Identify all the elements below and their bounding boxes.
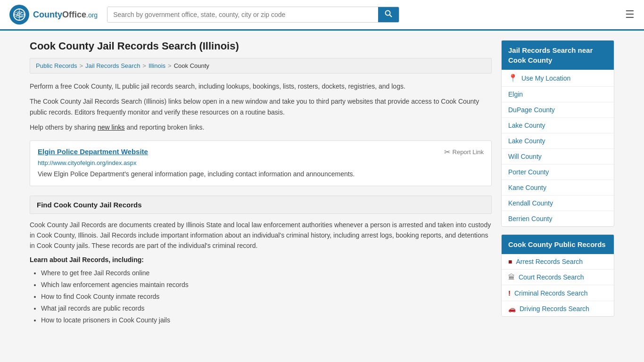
find-section-text: Cook County Jail Records are documents c… [30,220,492,251]
use-location-link[interactable]: Use My Location [521,74,570,82]
logo-wordmark: CountyOffice.org [33,10,98,20]
report-icon: ✂ [444,148,450,156]
sidebar-item-porter[interactable]: Porter County [502,165,614,180]
svg-point-4 [386,11,390,16]
sidebar-item-kane[interactable]: Kane County [502,180,614,196]
arrest-icon: ■ [508,258,512,265]
new-links-link[interactable]: new links [98,123,125,131]
search-input[interactable] [107,7,378,22]
find-section-subtitle: Learn about Jail Records, including: [30,256,492,263]
dupage-link[interactable]: DuPage County [508,106,555,114]
criminal-icon: ! [508,289,511,297]
sidebar-item-lake2[interactable]: Lake County [502,133,614,149]
desc-end-text: and reporting broken links. [126,123,204,131]
sidebar-public-records-header: Cook County Public Records [502,235,614,254]
court-icon: 🏛 [508,273,515,281]
list-item: How to find Cook County inmate records [41,291,492,303]
list-item: Where to get free Jail Records online [41,267,492,279]
resource-card: Elgin Police Department Website ✂ Report… [30,140,492,186]
description-line3: Help others by sharing new links and rep… [30,122,492,132]
porter-county-link[interactable]: Porter County [508,168,549,176]
criminal-records-link[interactable]: Criminal Records Search [514,289,588,297]
sidebar: Jail Records Search near Cook County 📍 U… [501,40,614,327]
site-logo[interactable]: CountyOffice.org [9,5,98,25]
sidebar-item-elgin[interactable]: Elgin [502,87,614,102]
sidebar-court-records[interactable]: 🏛 Court Records Search [502,270,614,285]
sidebar-driving-records[interactable]: 🚗 Driving Records Search [502,301,614,316]
sidebar-arrest-records[interactable]: ■ Arrest Records Search [502,254,614,270]
description-line2: The Cook County Jail Records Search (Ill… [30,96,492,117]
driving-records-link[interactable]: Driving Records Search [520,305,589,313]
resource-url[interactable]: http://www.cityofelgin.org/index.aspx [38,159,484,166]
main-content: Cook County Jail Records Search (Illinoi… [30,40,492,327]
sidebar-item-will[interactable]: Will County [502,149,614,165]
breadcrumb-cook-county: Cook County [174,62,209,69]
breadcrumb-illinois[interactable]: Illinois [149,62,165,69]
sidebar-public-records-section: Cook County Public Records ■ Arrest Reco… [501,234,614,317]
breadcrumb-sep1: > [79,62,83,69]
berrien-county-link[interactable]: Berrien County [508,215,552,222]
will-county-link[interactable]: Will County [508,153,542,160]
page-container: Cook County Jail Records Search (Illinoi… [20,31,624,336]
search-button[interactable] [378,7,399,22]
sidebar-nearby-header: Jail Records Search near Cook County [502,41,614,70]
sidebar-item-berrien[interactable]: Berrien County [502,211,614,226]
menu-button[interactable]: ☰ [625,9,635,20]
list-item: Which law enforcement agencies maintain … [41,279,492,291]
lake-county-link-1[interactable]: Lake County [508,122,545,129]
driving-icon: 🚗 [508,305,516,313]
report-label: Report Link [453,148,484,156]
lake-county-link-2[interactable]: Lake County [508,137,545,145]
svg-line-5 [390,15,392,17]
logo-icon [9,5,29,25]
sidebar-item-lake1[interactable]: Lake County [502,118,614,133]
description-line1: Perform a free Cook County, IL public ja… [30,81,492,91]
breadcrumb-sep2: > [142,62,146,69]
resource-title[interactable]: Elgin Police Department Website [38,148,148,156]
site-header: CountyOffice.org ☰ [0,0,644,31]
breadcrumb-public-records[interactable]: Public Records [36,62,77,69]
arrest-records-link[interactable]: Arrest Records Search [516,258,583,265]
resource-card-header: Elgin Police Department Website ✂ Report… [38,148,484,156]
list-item: What jail records are public records [41,303,492,314]
desc-help-text: Help others by sharing [30,123,98,131]
report-link-btn[interactable]: ✂ Report Link [444,148,484,156]
sidebar-criminal-records[interactable]: ! Criminal Records Search [502,285,614,301]
kendall-county-link[interactable]: Kendall County [508,199,553,207]
breadcrumb-jail-records[interactable]: Jail Records Search [85,62,140,69]
court-records-link[interactable]: Court Records Search [519,273,584,281]
find-section-header: Find Cook County Jail Records [30,196,492,214]
page-title: Cook County Jail Records Search (Illinoi… [30,40,492,52]
header-right: ☰ [620,9,635,20]
kane-county-link[interactable]: Kane County [508,184,546,191]
find-section-list: Where to get free Jail Records online Wh… [30,267,492,327]
list-item: How to locate prisoners in Cook County j… [41,314,492,326]
sidebar-use-location[interactable]: 📍 Use My Location [502,70,614,87]
elgin-link[interactable]: Elgin [508,90,523,98]
location-pin-icon: 📍 [508,74,518,82]
find-section-title: Find Cook County Jail Records [37,201,485,209]
sidebar-item-kendall[interactable]: Kendall County [502,196,614,211]
sidebar-item-dupage[interactable]: DuPage County [502,102,614,118]
resource-desc: View Elgin Police Department's general i… [38,169,484,179]
sidebar-nearby-section: Jail Records Search near Cook County 📍 U… [501,40,614,227]
search-bar [107,7,399,23]
breadcrumb-sep3: > [168,62,172,69]
breadcrumb: Public Records > Jail Records Search > I… [30,58,492,74]
